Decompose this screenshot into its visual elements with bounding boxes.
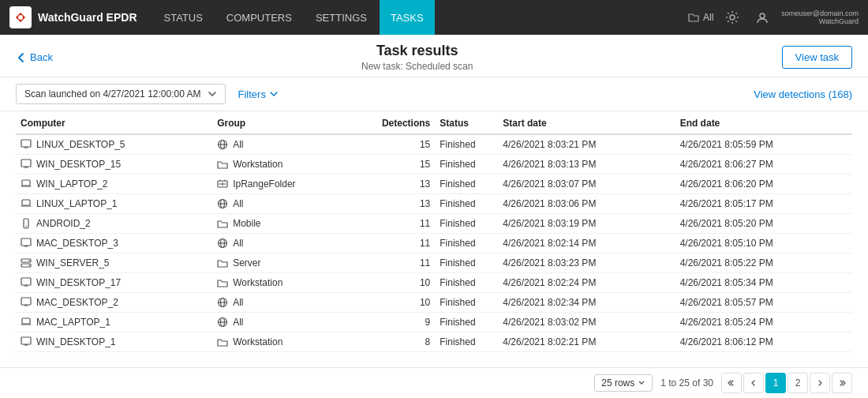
cell-detections: 13 xyxy=(364,194,435,214)
cell-start-date: 4/26/2021 8:03:13 PM xyxy=(498,155,675,175)
device-icon xyxy=(21,178,32,190)
cell-status: Finished xyxy=(435,273,498,293)
cell-detections: 8 xyxy=(364,332,435,352)
pagination-last-btn[interactable] xyxy=(832,373,852,393)
top-nav: WatchGuard EPDR STATUS COMPUTERS SETTING… xyxy=(0,0,868,35)
cell-computer: WIN_DESKTOP_17 xyxy=(16,273,212,293)
cell-group: Mobile xyxy=(212,214,364,234)
page-title: Task results xyxy=(361,43,473,59)
cell-end-date: 4/26/2021 8:05:34 PM xyxy=(675,273,852,293)
table-container: Computer Group Detections Status Start d… xyxy=(0,111,868,367)
cell-end-date: 4/26/2021 8:05:57 PM xyxy=(675,293,852,313)
cell-status: Finished xyxy=(435,234,498,253)
cell-computer: WIN_DESKTOP_1 xyxy=(16,332,212,352)
view-task-button[interactable]: View task xyxy=(782,46,852,69)
cell-end-date: 4/26/2021 8:06:12 PM xyxy=(675,332,852,352)
nav-tasks[interactable]: TASKS xyxy=(380,0,435,35)
svg-point-1 xyxy=(18,15,23,20)
app-name: WatchGuard EPDR xyxy=(38,11,137,24)
svg-point-23 xyxy=(28,260,30,261)
cell-group: All xyxy=(212,194,364,214)
scan-dropdown[interactable]: Scan launched on 4/27/2021 12:00:00 AM xyxy=(16,84,226,104)
cell-computer: WIN_LAPTOP_2 xyxy=(16,175,212,194)
device-icon xyxy=(21,159,32,170)
cell-start-date: 4/26/2021 8:03:07 PM xyxy=(498,175,675,194)
pagination-prev-btn[interactable] xyxy=(743,373,764,393)
svg-point-3 xyxy=(760,13,765,18)
cell-status: Finished xyxy=(435,214,498,234)
cell-group: Workstation xyxy=(212,332,364,352)
cell-computer: WIN_SERVER_5 xyxy=(16,253,212,273)
cell-computer: MAC_LAPTOP_1 xyxy=(16,313,212,332)
cell-start-date: 4/26/2021 8:03:02 PM xyxy=(498,313,675,332)
user-icon[interactable] xyxy=(751,6,773,28)
back-button[interactable]: Back xyxy=(16,51,53,63)
cell-end-date: 4/26/2021 8:05:20 PM xyxy=(675,214,852,234)
cell-detections: 15 xyxy=(364,155,435,175)
cell-start-date: 4/26/2021 8:02:24 PM xyxy=(498,273,675,293)
cell-group: All xyxy=(212,293,364,313)
cell-start-date: 4/26/2021 8:02:21 PM xyxy=(498,332,675,352)
folder-all[interactable]: All xyxy=(687,11,713,24)
col-header-computer: Computer xyxy=(16,111,212,134)
pagination-page-1[interactable]: 1 xyxy=(765,373,786,393)
device-icon xyxy=(21,257,32,268)
cell-computer: LINUX_DESKTOP_5 xyxy=(16,134,212,155)
rows-dropdown-icon xyxy=(638,379,645,387)
cell-start-date: 4/26/2021 8:03:23 PM xyxy=(498,253,675,273)
cell-end-date: 4/26/2021 8:06:27 PM xyxy=(675,155,852,175)
col-header-group: Group xyxy=(212,111,364,134)
toolbar: Scan launched on 4/27/2021 12:00:00 AM F… xyxy=(0,77,868,111)
nav-computers[interactable]: COMPUTERS xyxy=(215,0,303,35)
device-icon xyxy=(21,297,32,308)
app-logo: WatchGuard EPDR xyxy=(9,6,137,28)
page-title-center: Task results New task: Scheduled scan xyxy=(361,43,473,72)
rows-per-page-select[interactable]: 25 rows xyxy=(594,374,653,392)
svg-rect-8 xyxy=(21,160,31,167)
svg-rect-9 xyxy=(22,180,30,186)
group-icon xyxy=(217,218,228,229)
table-row: WIN_LAPTOP_2 IpRangeFolder 13 Finished 4… xyxy=(16,175,852,194)
cell-end-date: 4/26/2021 8:05:59 PM xyxy=(675,134,852,155)
cell-start-date: 4/26/2021 8:03:06 PM xyxy=(498,194,675,214)
folder-icon xyxy=(687,11,700,24)
group-icon xyxy=(217,139,228,150)
device-icon xyxy=(21,317,32,328)
svg-rect-34 xyxy=(21,337,31,344)
cell-detections: 10 xyxy=(364,273,435,293)
cell-detections: 10 xyxy=(364,293,435,313)
cell-status: Finished xyxy=(435,175,498,194)
svg-rect-30 xyxy=(22,318,30,324)
nav-status[interactable]: STATUS xyxy=(153,0,214,35)
pagination-page-2[interactable]: 2 xyxy=(788,373,808,393)
svg-rect-25 xyxy=(21,278,31,285)
pagination-next-btn[interactable] xyxy=(810,373,830,393)
pagination-info: 1 to 25 of 30 xyxy=(660,377,713,389)
col-header-status: Status xyxy=(435,111,498,134)
cell-detections: 9 xyxy=(364,313,435,332)
cell-end-date: 4/26/2021 8:05:10 PM xyxy=(675,234,852,253)
col-header-start-date: Start date xyxy=(498,111,675,134)
device-icon xyxy=(21,139,32,150)
cell-start-date: 4/26/2021 8:03:19 PM xyxy=(498,214,675,234)
group-icon xyxy=(217,317,228,328)
cell-computer: MAC_DESKTOP_2 xyxy=(16,293,212,313)
pagination-first-btn[interactable] xyxy=(721,373,742,393)
table-row: WIN_DESKTOP_15 Workstation 15 Finished 4… xyxy=(16,155,852,175)
group-icon xyxy=(217,159,228,170)
dropdown-arrow-icon xyxy=(208,89,217,99)
settings-icon[interactable] xyxy=(721,6,743,28)
cell-status: Finished xyxy=(435,293,498,313)
svg-rect-26 xyxy=(21,298,31,305)
cell-group: All xyxy=(212,234,364,253)
nav-settings[interactable]: SETTINGS xyxy=(305,0,378,35)
cell-status: Finished xyxy=(435,253,498,273)
back-arrow-icon xyxy=(16,52,27,63)
cell-computer: LINUX_LAPTOP_1 xyxy=(16,194,212,214)
device-icon xyxy=(21,277,32,288)
cell-status: Finished xyxy=(435,313,498,332)
page-header: Back Task results New task: Scheduled sc… xyxy=(0,35,868,77)
filter-button[interactable]: Filters xyxy=(238,88,279,100)
view-detections-button[interactable]: View detections (168) xyxy=(754,88,852,100)
cell-start-date: 4/26/2021 8:02:34 PM xyxy=(498,293,675,313)
